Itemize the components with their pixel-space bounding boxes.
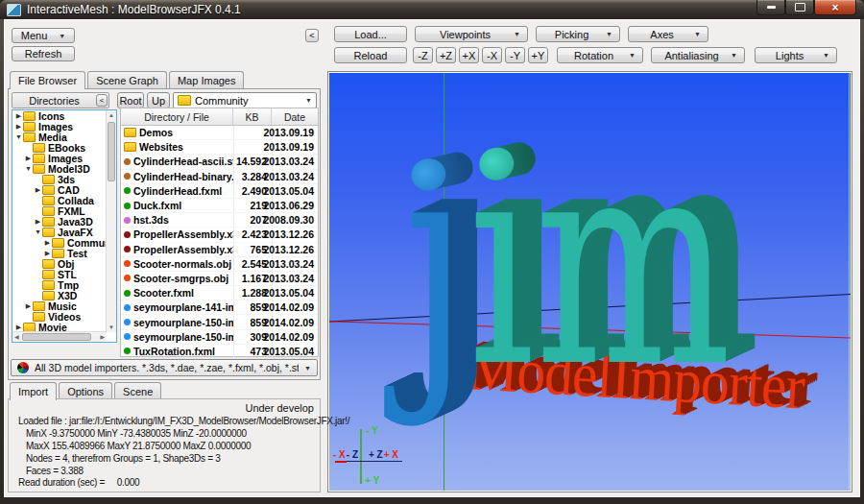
- tree-horizontal-scrollbar[interactable]: ◀ ▶: [12, 331, 107, 342]
- scroll-thumb[interactable]: [22, 333, 91, 341]
- tab-file-browser[interactable]: File Browser: [10, 71, 85, 89]
- tree-item-ebooks[interactable]: EBooks: [12, 142, 116, 153]
- tree-item-music[interactable]: ▶Music: [12, 300, 116, 311]
- menu-button[interactable]: Menu ▼: [12, 28, 75, 43]
- table-row[interactable]: TuxRotation.fxml4732013.05.04: [121, 345, 318, 359]
- table-row[interactable]: Scooter.fxml1.2882013.05.04: [121, 286, 318, 300]
- file-name: TuxRotation.fxml: [133, 346, 215, 357]
- folder-icon: [42, 206, 55, 216]
- tree-item-java3d[interactable]: ▶Java3D: [12, 216, 116, 227]
- tree-item-stl[interactable]: STL: [12, 269, 116, 279]
- folder-icon: [124, 142, 136, 152]
- table-row[interactable]: CylinderHead.fxml2.4902013.05.04: [121, 184, 318, 199]
- path-combobox[interactable]: Community ▼: [173, 92, 317, 108]
- subtab-import[interactable]: Import: [10, 382, 57, 400]
- importer-filter-combobox[interactable]: All 3D model importers. *.3ds, *.dae, *.…: [11, 359, 318, 376]
- file-date-cell: 2013.03.24: [272, 170, 318, 183]
- scroll-thumb[interactable]: [108, 122, 115, 181]
- maximize-button[interactable]: [785, 0, 814, 15]
- up-button[interactable]: Up: [147, 92, 170, 108]
- table-row[interactable]: Demos2013.09.19: [121, 126, 318, 140]
- toolbar-viewpoints-button[interactable]: Viewpoints▼: [415, 26, 528, 42]
- chevron-collapsed-icon: ▶: [14, 112, 23, 120]
- tab-scene-graph[interactable]: Scene Graph: [87, 71, 167, 88]
- toolbar-reload-button[interactable]: Reload: [334, 47, 407, 63]
- toolbar-y-button[interactable]: +Y: [528, 47, 548, 63]
- collapse-panel-button[interactable]: <: [305, 29, 319, 42]
- tree-item-cad[interactable]: ▶CAD: [12, 184, 116, 195]
- file-name: PropellerAssembly.x3d: [133, 228, 233, 240]
- table-row[interactable]: Websites2013.09.19: [121, 140, 318, 155]
- tree-item-icons[interactable]: ▶Icons: [12, 110, 116, 121]
- table-row[interactable]: seymourplane-150-im.zae3092014.02.09: [121, 330, 318, 345]
- read-duration-row: Read duration (sec) = 0.000: [18, 477, 139, 488]
- table-row[interactable]: Scooter-normals.obj2.5452013.03.24: [121, 257, 318, 272]
- 3d-scene-canvas[interactable]: ModelImporter ȷım - Y - X - Z + Z + X: [329, 73, 851, 491]
- toolbar-x-button[interactable]: -X: [482, 47, 502, 63]
- file-name-cell: Websites: [121, 140, 233, 154]
- tree-item-test[interactable]: ▶Test: [12, 248, 116, 258]
- column-header-name[interactable]: Directory / File: [121, 108, 233, 125]
- tree-item-community[interactable]: ▶Community: [12, 237, 116, 248]
- table-row[interactable]: seymourplane-141-im.dae8592014.02.09: [121, 300, 318, 315]
- table-row[interactable]: PropellerAssembly.x3dz7652013.12.26: [121, 243, 318, 257]
- directory-tree[interactable]: ▶Icons▶Images▼MediaEBooks▶Images▼Model3D…: [12, 109, 117, 343]
- column-header-kb[interactable]: KB: [233, 108, 272, 125]
- table-row[interactable]: PropellerAssembly.x3d2.4232013.12.26: [121, 228, 318, 242]
- tree-vertical-scrollbar[interactable]: ▲ ▼: [106, 110, 116, 332]
- gizmo-plus-y-label: + Y: [365, 476, 379, 486]
- scroll-down-icon[interactable]: ▼: [108, 324, 114, 330]
- minimize-button[interactable]: [756, 0, 785, 15]
- gizmo-minus-z-label: - Z: [347, 450, 358, 460]
- directories-collapse-button[interactable]: <: [96, 94, 108, 107]
- toolbar-load-button[interactable]: Load...: [334, 26, 407, 42]
- tree-item-collada[interactable]: Collada: [12, 195, 116, 205]
- subtab-scene[interactable]: Scene: [114, 382, 161, 399]
- title-bar[interactable]: InteractiveMesh : ModelBrowserJFX 0.4.1 …: [0, 0, 864, 19]
- subtab-options[interactable]: Options: [59, 382, 112, 399]
- toolbar-lights-button[interactable]: Lights▼: [755, 47, 837, 63]
- tree-item-images[interactable]: ▶Images: [12, 121, 116, 132]
- column-header-date[interactable]: Date: [272, 108, 318, 125]
- file-type-dot-icon: [124, 333, 131, 340]
- tree-item-media[interactable]: ▼Media: [12, 132, 116, 142]
- scroll-up-icon[interactable]: ▲: [108, 112, 114, 118]
- table-row[interactable]: CylinderHead-ascii.stl14.5922013.03.24: [121, 155, 318, 169]
- tree-item-model3d[interactable]: ▼Model3D: [12, 163, 116, 174]
- scroll-left-icon[interactable]: ◀: [14, 334, 19, 340]
- table-header[interactable]: Directory / File KB Date: [121, 108, 318, 126]
- file-date: 2013.03.24: [263, 258, 314, 270]
- scroll-right-icon[interactable]: ▶: [100, 334, 105, 340]
- tree-item-obj[interactable]: Obj: [12, 258, 116, 269]
- toolbar-y-button[interactable]: -Y: [505, 47, 525, 63]
- tab-map-images[interactable]: Map Images: [169, 71, 245, 88]
- toolbar-z-button[interactable]: -Z: [413, 47, 433, 63]
- table-row[interactable]: Scooter-smgrps.obj1.1672013.03.24: [121, 272, 318, 286]
- table-row[interactable]: Duck.fxml2192013.06.29: [121, 199, 318, 213]
- toolbar-antialiasing-button[interactable]: Antialiasing▼: [651, 47, 745, 63]
- toolbar-button-label: Picking: [543, 29, 600, 40]
- file-name-cell: seymourplane-150-im.dae: [121, 315, 233, 328]
- toolbar-axes-button[interactable]: Axes▼: [628, 26, 708, 42]
- directories-title: Directories: [12, 95, 96, 107]
- tree-item-3ds[interactable]: 3ds: [12, 174, 116, 184]
- axis-gizmo: - Y - X - Z + Z + X + Y: [333, 426, 425, 488]
- tree-item-javafx[interactable]: ▼JavaFX: [12, 227, 116, 237]
- close-button[interactable]: ×: [814, 0, 856, 15]
- toolbar-picking-button[interactable]: Picking▼: [536, 26, 620, 42]
- table-row[interactable]: hst.3ds2072008.09.30: [121, 213, 318, 228]
- toolbar-x-button[interactable]: +X: [459, 47, 479, 63]
- file-date: 2013.05.04: [263, 287, 314, 299]
- toolbar-rotation-button[interactable]: Rotation▼: [557, 47, 643, 63]
- refresh-button[interactable]: Refresh: [12, 46, 75, 61]
- tree-item-x3d[interactable]: X3D: [12, 290, 116, 300]
- toolbar-z-button[interactable]: +Z: [436, 47, 456, 63]
- tree-item-images[interactable]: ▶Images: [12, 153, 116, 163]
- root-button[interactable]: Root: [117, 92, 144, 108]
- tree-item-tmp[interactable]: Tmp: [12, 279, 116, 290]
- table-row[interactable]: CylinderHead-binary.stl3.2842013.03.24: [121, 170, 318, 184]
- table-row[interactable]: seymourplane-150-im.dae8592014.02.09: [121, 315, 318, 329]
- file-date: 2014.02.09: [263, 331, 314, 343]
- tree-item-fxml[interactable]: FXML: [12, 205, 116, 216]
- tree-item-videos[interactable]: Videos: [12, 311, 116, 322]
